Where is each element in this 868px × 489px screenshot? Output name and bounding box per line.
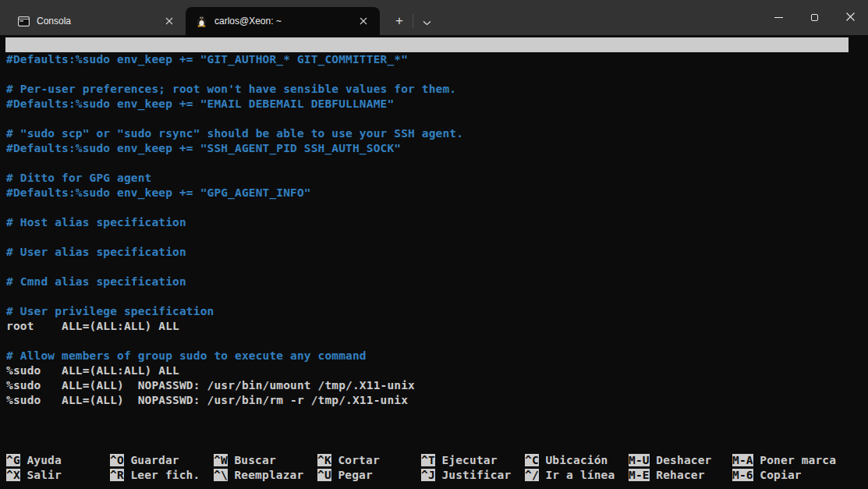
buffer-line: %sudo ALL=(ALL:ALL) ALL xyxy=(6,363,849,378)
shortcut: ^JJustificar xyxy=(421,468,525,483)
shortcut: M-ERehacer xyxy=(629,468,732,483)
shortcut: ^RLeer fich. xyxy=(110,468,214,483)
shortcut-key: ^O xyxy=(110,454,124,466)
shortcut-key: ^W xyxy=(214,454,228,466)
shortcut-group: ^KCortar^UPegar xyxy=(317,453,421,483)
shortcut-group: M-APoner marcaM-6Copiar xyxy=(732,453,836,483)
new-tab-button[interactable]: + xyxy=(388,9,411,33)
shortcut-label: Poner marca xyxy=(760,454,836,466)
shortcut-group: ^CUbicación^/Ir a línea xyxy=(525,453,629,483)
shortcut-label: Ir a línea xyxy=(545,469,615,481)
shortcut-key: ^U xyxy=(317,469,331,481)
shortcut-group: M-UDeshacerM-ERehacer xyxy=(629,453,732,483)
shortcut: ^KCortar xyxy=(317,453,421,468)
shortcut-group: ^GAyuda^XSalir xyxy=(6,453,110,483)
shortcut-label: Buscar xyxy=(234,454,275,466)
shortcut: ^XSalir xyxy=(6,468,110,483)
shortcut-key: ^R xyxy=(110,469,124,481)
buffer-line: # Per-user preferences; root won't have … xyxy=(6,82,849,97)
minimize-icon xyxy=(774,17,783,18)
shortcut-group: ^OGuardar^RLeer fich. xyxy=(110,453,214,483)
tab-terminal[interactable]: carlos@Xeon: ~ xyxy=(186,7,380,35)
close-tab-icon[interactable] xyxy=(161,12,178,30)
maximize-icon xyxy=(811,14,818,21)
buffer-line: %sudo ALL=(ALL) NOPASSWD: /usr/bin/umoun… xyxy=(6,378,849,393)
maximize-button[interactable] xyxy=(796,0,832,35)
terminal-viewport[interactable]: GNU nano 7.2 /etc/sudoers.tmp #Defaults:… xyxy=(0,35,868,489)
chevron-down-icon xyxy=(423,14,431,29)
buffer-line xyxy=(6,200,849,215)
window-controls xyxy=(760,0,868,35)
shortcut-label: Ejecutar xyxy=(441,454,497,466)
shortcut: M-UDeshacer xyxy=(629,453,732,468)
shortcut-label: Guardar xyxy=(130,454,179,466)
cmd-icon xyxy=(17,15,30,27)
shortcut-key: ^X xyxy=(6,469,20,481)
shortcut-key: M-A xyxy=(732,454,753,466)
shortcut-key: ^K xyxy=(317,454,331,466)
buffer-line: root ALL=(ALL:ALL) ALL xyxy=(6,319,849,334)
shortcut-label: Ubicación xyxy=(545,454,608,466)
shortcut: ^OGuardar xyxy=(110,453,214,468)
shortcut-key: M-6 xyxy=(732,469,753,481)
shortcut: ^\Reemplazar xyxy=(214,468,317,483)
buffer-line xyxy=(6,260,849,275)
shortcut-key: ^T xyxy=(421,454,435,466)
shortcut: M-APoner marca xyxy=(732,453,836,468)
buffer-line: # Host alias specification xyxy=(6,215,849,230)
shortcut: ^UPegar xyxy=(317,468,421,483)
buffer-line: # "sudo scp" or "sudo rsync" should be a… xyxy=(6,126,849,141)
tab-dropdown-button[interactable] xyxy=(415,9,438,33)
shortcut-key: M-E xyxy=(629,469,650,481)
tux-icon xyxy=(195,15,207,27)
close-icon xyxy=(845,10,856,25)
shortcut-label: Deshacer xyxy=(656,454,711,466)
buffer-line: #Defaults:%sudo env_keep += "GIT_AUTHOR_… xyxy=(6,52,849,67)
nano-editor: GNU nano 7.2 /etc/sudoers.tmp #Defaults:… xyxy=(5,37,849,489)
buffer-line xyxy=(6,289,849,304)
buffer-line xyxy=(6,334,849,349)
buffer-line xyxy=(6,230,849,245)
shortcut-group: ^TEjecutar^JJustificar xyxy=(421,453,525,483)
nano-shortcuts: ^GAyuda^XSalir^OGuardar^RLeer fich.^WBus… xyxy=(6,453,836,483)
shortcut: ^GAyuda xyxy=(6,453,110,468)
buffer-line: # User privilege specification xyxy=(6,304,849,319)
shortcut-key: ^J xyxy=(421,469,435,481)
shortcut: ^/Ir a línea xyxy=(525,468,629,483)
buffer-line xyxy=(6,67,849,82)
shortcut-label: Pegar xyxy=(338,469,372,481)
plus-icon: + xyxy=(395,14,403,27)
tab-title: Consola xyxy=(37,16,161,27)
nano-titlebar: GNU nano 7.2 /etc/sudoers.tmp xyxy=(5,37,849,52)
shortcut-label: Salir xyxy=(27,469,61,481)
shortcut-label: Copiar xyxy=(760,469,801,481)
shortcut: ^TEjecutar xyxy=(421,453,525,468)
close-button[interactable] xyxy=(832,0,868,35)
shortcut: M-6Copiar xyxy=(732,468,836,483)
titlebar: Consola xyxy=(0,0,868,35)
nano-buffer: #Defaults:%sudo env_keep += "GIT_AUTHOR_… xyxy=(6,52,849,408)
shortcut-label: Ayuda xyxy=(27,454,61,466)
tab-strip: Consola xyxy=(8,7,380,35)
buffer-line xyxy=(6,156,849,171)
shortcut: ^CUbicación xyxy=(525,453,629,468)
buffer-line: #Defaults:%sudo env_keep += "SSH_AGENT_P… xyxy=(6,141,849,156)
tab-title: carlos@Xeon: ~ xyxy=(214,16,355,27)
buffer-line: # Allow members of group sudo to execute… xyxy=(6,349,849,363)
minimize-button[interactable] xyxy=(760,0,796,35)
buffer-line: #Defaults:%sudo env_keep += "GPG_AGENT_I… xyxy=(6,186,849,200)
close-tab-icon[interactable] xyxy=(355,12,372,30)
shortcut-label: Cortar xyxy=(338,454,379,466)
shortcut-key: ^G xyxy=(6,454,20,466)
tab-consola[interactable]: Consola xyxy=(8,7,186,35)
buffer-line: # Cmnd alias specification xyxy=(6,275,849,289)
buffer-line: # User alias specification xyxy=(6,245,849,260)
buffer-line: %sudo ALL=(ALL) NOPASSWD: /usr/bin/rm -r… xyxy=(6,393,849,408)
shortcut-key: ^/ xyxy=(525,469,539,481)
shortcut-key: M-U xyxy=(629,454,650,466)
buffer-line: #Defaults:%sudo env_keep += "EMAIL DEBEM… xyxy=(6,97,849,112)
shortcut-label: Reemplazar xyxy=(234,469,303,481)
shortcut-key: ^\ xyxy=(214,469,228,481)
buffer-line: # Ditto for GPG agent xyxy=(6,171,849,186)
shortcut-key: ^C xyxy=(525,454,539,466)
